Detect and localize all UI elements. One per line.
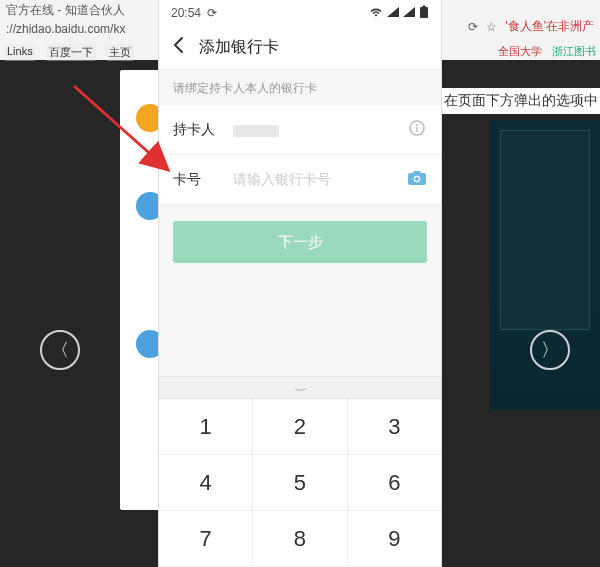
keypad-1[interactable]: 1 [159, 399, 253, 455]
phone-frame: 20:54 ⟳ 添加银行卡 请绑定持卡人本人的银行卡 持卡人 [158, 0, 442, 567]
content-spacer [159, 279, 441, 376]
chevron-left-icon: 〈 [51, 338, 69, 362]
right-link-2[interactable]: 浙江图书 [552, 44, 596, 59]
svg-point-3 [416, 124, 418, 126]
keypad-5[interactable]: 5 [253, 455, 347, 511]
keypad-8[interactable]: 8 [253, 511, 347, 567]
browser-toolbar-right: ⟳ ☆ '食人鱼'在非洲产 [468, 18, 594, 35]
gallery-prev-button[interactable]: 〈 [40, 330, 80, 370]
cardnumber-input[interactable]: 请输入银行卡号 [233, 171, 391, 189]
keyboard-collapse-handle[interactable]: ⌄ [159, 376, 441, 398]
cardnumber-row[interactable]: 卡号 请输入银行卡号 [159, 155, 441, 205]
bind-hint: 请绑定持卡人本人的银行卡 [159, 70, 441, 105]
reload-icon[interactable]: ⟳ [468, 20, 478, 34]
svg-rect-4 [416, 127, 417, 132]
svg-rect-1 [423, 5, 426, 7]
info-icon[interactable] [407, 120, 427, 140]
right-caption: 在页面下方弹出的选项中 [438, 88, 600, 114]
nav-bar: 添加银行卡 [159, 26, 441, 70]
cardholder-row: 持卡人 [159, 105, 441, 155]
back-button[interactable] [169, 36, 189, 59]
next-button[interactable]: 下一步 [173, 221, 427, 263]
numeric-keypad: 1 2 3 4 5 6 7 8 9 [159, 398, 441, 567]
battery-icon [419, 5, 429, 22]
cardnumber-label: 卡号 [173, 171, 217, 189]
keypad-2[interactable]: 2 [253, 399, 347, 455]
browser-tab-title[interactable]: 官方在线 - 知道合伙人 [6, 2, 125, 19]
right-label: '食人鱼'在非洲产 [505, 18, 594, 35]
refresh-icon: ⟳ [207, 6, 217, 20]
chevron-right-icon: 〉 [541, 338, 559, 362]
cardholder-label: 持卡人 [173, 121, 217, 139]
camera-icon[interactable] [407, 170, 427, 190]
status-time: 20:54 [171, 6, 201, 20]
bookmark-links[interactable]: Links [4, 44, 36, 61]
bookmark-home[interactable]: 主页 [106, 44, 134, 61]
page-title: 添加银行卡 [199, 37, 279, 58]
keypad-6[interactable]: 6 [348, 455, 441, 511]
cardholder-value [233, 122, 391, 138]
chevron-down-icon: ⌄ [288, 382, 312, 393]
keypad-3[interactable]: 3 [348, 399, 441, 455]
keypad-7[interactable]: 7 [159, 511, 253, 567]
keypad-9[interactable]: 9 [348, 511, 441, 567]
address-bar[interactable]: ://zhidao.baidu.com/kx [6, 22, 125, 36]
svg-rect-0 [420, 7, 428, 18]
status-bar: 20:54 ⟳ [159, 0, 441, 26]
bookmark-baidu[interactable]: 百度一下 [46, 44, 96, 61]
star-icon[interactable]: ☆ [486, 20, 497, 34]
gallery-next-button[interactable]: 〉 [530, 330, 570, 370]
bookmarks-bar: Links 百度一下 主页 [4, 44, 134, 61]
keypad-4[interactable]: 4 [159, 455, 253, 511]
svg-point-7 [415, 177, 419, 181]
signal-icon [387, 6, 399, 20]
masked-name [233, 125, 279, 137]
signal-icon-2 [403, 6, 415, 20]
right-link-1[interactable]: 全国大学 [498, 44, 542, 59]
wifi-icon [369, 6, 383, 20]
